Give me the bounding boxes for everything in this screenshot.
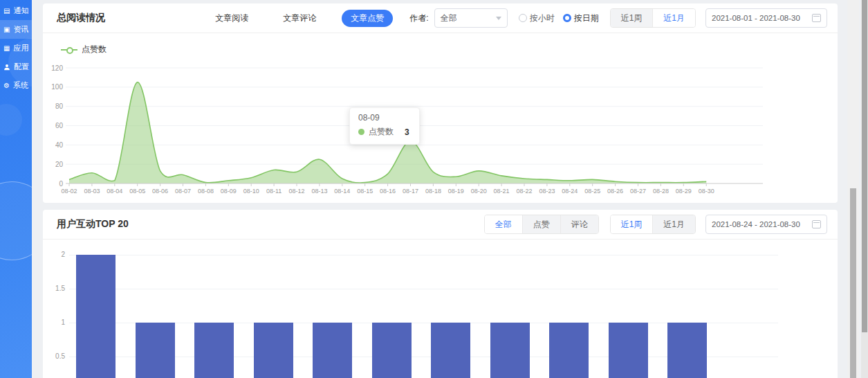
area-chart-svg: 02040608010012008-0208-0308-0408-0508-06…: [43, 59, 811, 197]
bar-item[interactable]: [667, 323, 707, 378]
sidebar-item-config[interactable]: 配置: [0, 57, 32, 76]
sidebar-item-apps[interactable]: ▦应用: [0, 39, 32, 57]
panel1-radio-group: 按小时按日期: [519, 12, 599, 24]
news-icon: ▣: [3, 26, 10, 34]
sidebar-item-label: 资讯: [13, 24, 28, 35]
range-button-1[interactable]: 近1周: [611, 9, 654, 27]
svg-text:08-28: 08-28: [653, 188, 669, 195]
radio-2[interactable]: 按日期: [563, 12, 599, 24]
panel-user-interaction: 用户互动TOP 20 全部点赞评论 近1周近1月 2021-08-24 - 20…: [43, 210, 838, 378]
range-button-1[interactable]: 近1周: [611, 215, 654, 233]
svg-text:08-02: 08-02: [61, 188, 77, 195]
tab-3[interactable]: 文章点赞: [342, 10, 393, 27]
panel1-date-range[interactable]: 2021-08-01 - 2021-08-30: [705, 8, 827, 28]
bar-chart: 21.510.5: [69, 248, 810, 378]
sidebar-item-news[interactable]: ▣资讯: [0, 20, 32, 39]
bar-item[interactable]: [431, 323, 470, 378]
bar-gridline: [69, 255, 778, 255]
bar-item[interactable]: [254, 323, 293, 378]
svg-text:08-14: 08-14: [334, 188, 350, 195]
svg-text:08-15: 08-15: [357, 188, 373, 195]
date-range-text: 2021-08-01 - 2021-08-30: [712, 14, 800, 22]
bar-item[interactable]: [76, 255, 116, 378]
svg-text:08-08: 08-08: [198, 188, 214, 195]
svg-text:08-27: 08-27: [630, 188, 646, 195]
chart1-legend[interactable]: 点赞数: [61, 44, 107, 55]
sidebar-item-label: 配置: [14, 62, 29, 72]
svg-text:08-24: 08-24: [562, 188, 578, 195]
range-button-2[interactable]: 近1月: [653, 215, 695, 233]
bar-item[interactable]: [490, 323, 530, 378]
svg-text:08-19: 08-19: [448, 188, 464, 195]
svg-text:08-16: 08-16: [380, 188, 396, 195]
bar-y-axis-label: 1.5: [44, 285, 65, 292]
bar-y-axis-label: 0.5: [44, 352, 65, 360]
svg-text:40: 40: [55, 141, 64, 149]
notice-icon: ▤: [3, 7, 10, 15]
svg-text:08-12: 08-12: [288, 188, 304, 195]
sidebar-item-system[interactable]: ⚙系统: [0, 76, 32, 95]
sidebar-menu: ▤通知▣资讯▦应用配置⚙系统: [0, 0, 32, 95]
svg-text:20: 20: [55, 161, 64, 168]
legend-label: 点赞数: [82, 44, 107, 55]
sidebar-item-label: 应用: [13, 43, 28, 53]
outer-scrollbar-track[interactable]: [861, 0, 868, 378]
svg-text:08-10: 08-10: [243, 188, 259, 195]
svg-text:08-17: 08-17: [403, 188, 418, 195]
range-button-2[interactable]: 近1月: [653, 9, 695, 27]
sidebar-item-label: 系统: [13, 80, 28, 91]
sidebar-decor-circle: [0, 104, 22, 136]
bar-item[interactable]: [136, 323, 175, 378]
bar-gridline: [69, 289, 778, 289]
filter-button-3[interactable]: 评论: [561, 215, 598, 233]
user-icon: [3, 63, 10, 71]
tooltip-series: 点赞数: [369, 126, 394, 138]
tab-1[interactable]: 文章阅读: [206, 10, 257, 27]
panel1-header: 总阅读情况 文章阅读文章评论文章点赞 作者: 全部 按小时按日期 近1周近1月 …: [43, 3, 838, 33]
svg-text:08-11: 08-11: [266, 188, 281, 195]
svg-text:08-18: 08-18: [425, 188, 441, 195]
sidebar-item-notice[interactable]: ▤通知: [0, 1, 32, 20]
panel2-filter-group: 全部点赞评论: [484, 215, 599, 234]
outer-scrollbar-thumb[interactable]: [862, 0, 867, 332]
filter-button-2[interactable]: 点赞: [523, 215, 561, 233]
sidebar-decor-circle: [0, 181, 32, 260]
series-dot-icon: [358, 129, 364, 135]
radio-dot-icon: [563, 14, 571, 22]
panel2-title: 用户互动TOP 20: [57, 218, 129, 231]
chart-tooltip: 08-09 点赞数 3: [349, 107, 420, 145]
bar-y-axis-label: 2: [44, 251, 65, 258]
line-series-legend-icon: [61, 49, 77, 51]
bar-item[interactable]: [609, 323, 648, 378]
bar-item[interactable]: [313, 323, 352, 378]
svg-text:08-29: 08-29: [676, 188, 692, 195]
radio-dot-icon: [519, 14, 527, 22]
calendar-icon: [812, 220, 821, 228]
svg-text:08-06: 08-06: [152, 188, 168, 195]
svg-text:08-26: 08-26: [607, 188, 623, 195]
svg-text:120: 120: [51, 64, 63, 72]
svg-text:08-22: 08-22: [516, 188, 532, 195]
bar-item[interactable]: [372, 323, 412, 378]
author-select[interactable]: 全部: [434, 8, 508, 28]
date-range-text: 2021-08-24 - 2021-08-30: [712, 220, 800, 228]
inner-scrollbar-track[interactable]: [847, 0, 859, 378]
gear-icon: ⚙: [3, 82, 10, 90]
svg-text:08-25: 08-25: [584, 188, 600, 195]
tooltip-value: 3: [405, 127, 409, 137]
radio-1[interactable]: 按小时: [519, 12, 555, 24]
svg-text:08-09: 08-09: [221, 188, 237, 195]
svg-text:08-23: 08-23: [539, 188, 555, 195]
inner-scrollbar-thumb[interactable]: [850, 188, 856, 378]
filter-button-1[interactable]: 全部: [485, 215, 523, 233]
bar-item[interactable]: [194, 323, 234, 378]
bar-item[interactable]: [549, 323, 589, 378]
tab-2[interactable]: 文章评论: [274, 10, 325, 27]
apps-icon: ▦: [3, 44, 10, 53]
panel2-date-range[interactable]: 2021-08-24 - 2021-08-30: [705, 215, 827, 234]
svg-text:08-05: 08-05: [129, 188, 145, 195]
panel1-range-group: 近1周近1月: [610, 8, 696, 28]
panel-total-reading: 总阅读情况 文章阅读文章评论文章点赞 作者: 全部 按小时按日期 近1周近1月 …: [43, 3, 838, 203]
svg-text:08-20: 08-20: [471, 188, 487, 195]
svg-text:08-30: 08-30: [699, 188, 714, 195]
